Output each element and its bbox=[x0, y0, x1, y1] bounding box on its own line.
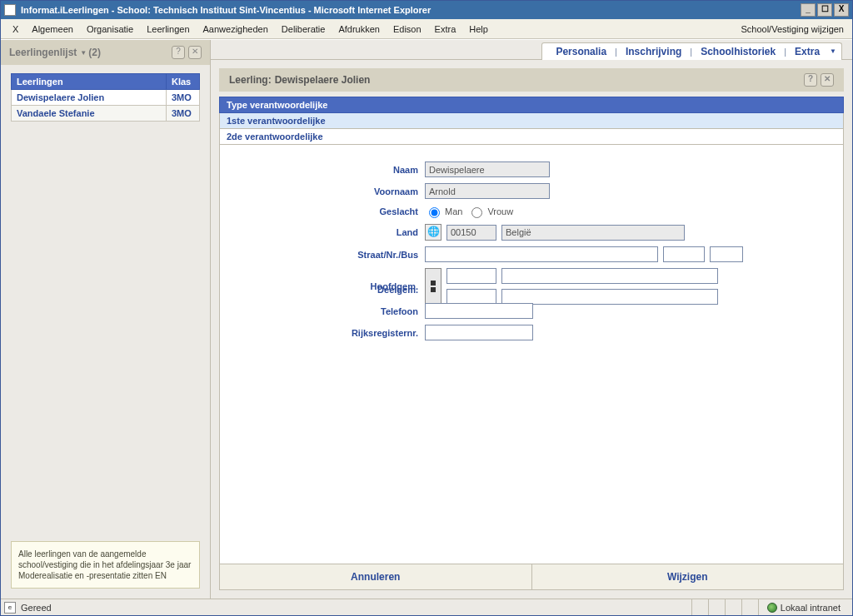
close-button[interactable]: X bbox=[834, 3, 849, 17]
sidebar-footer-note: Alle leerlingen van de aangemelde school… bbox=[11, 541, 200, 589]
student-klas: 3MO bbox=[167, 90, 200, 106]
student-name: Dewispelaere Jolien bbox=[12, 90, 167, 106]
input-nr[interactable] bbox=[663, 246, 705, 262]
sidebar-header: Leerlingenlijst ▼ (2) ? ✕ bbox=[1, 40, 210, 65]
student-name: Vandaele Stefanie bbox=[12, 106, 167, 122]
menu-extra[interactable]: Extra bbox=[428, 22, 463, 37]
label-man: Man bbox=[445, 206, 462, 216]
input-voornaam[interactable] bbox=[425, 183, 550, 199]
radio-man[interactable] bbox=[429, 207, 440, 218]
form-area: Naam Voornaam Geslacht Man Vrouw bbox=[219, 145, 844, 564]
close-panel-icon[interactable]: ✕ bbox=[188, 46, 202, 59]
input-land-code[interactable] bbox=[446, 225, 496, 241]
menu-deliberatie[interactable]: Deliberatie bbox=[275, 22, 332, 37]
buttonbar: Annuleren Wijzigen bbox=[219, 564, 844, 590]
content-title-name: Dewispelaere Jolien bbox=[275, 74, 371, 86]
globe-zone-icon bbox=[767, 603, 777, 613]
table-row[interactable]: Vandaele Stefanie 3MO bbox=[12, 106, 200, 122]
label-telefoon: Telefoon bbox=[233, 306, 425, 316]
label-straat: Straat/Nr./Bus bbox=[233, 250, 425, 260]
input-bus[interactable] bbox=[710, 246, 743, 262]
tab-schoolhistoriek[interactable]: Schoolhistoriek bbox=[692, 46, 784, 57]
statusbar: e Gereed Lokaal intranet bbox=[1, 599, 852, 615]
input-hoofdgem-code[interactable] bbox=[446, 268, 496, 284]
label-land: Land bbox=[233, 227, 425, 237]
menubar: X Algemeen Organisatie Leerlingen Aanwez… bbox=[1, 19, 852, 39]
status-cell bbox=[708, 599, 725, 615]
menu-algemeen[interactable]: Algemeen bbox=[25, 22, 80, 37]
globe-icon[interactable]: 🌐 bbox=[425, 224, 441, 241]
input-deelgem-name[interactable] bbox=[501, 289, 718, 305]
input-rr[interactable] bbox=[425, 325, 533, 340]
minimize-button[interactable]: _ bbox=[801, 3, 816, 17]
menu-help[interactable]: Help bbox=[462, 22, 495, 37]
menu-edison[interactable]: Edison bbox=[387, 22, 428, 37]
label-geslacht: Geslacht bbox=[233, 206, 425, 216]
col-leerlingen[interactable]: Leerlingen bbox=[12, 74, 167, 90]
app-icon: e bbox=[4, 4, 16, 16]
student-klas: 3MO bbox=[167, 106, 200, 122]
input-hoofdgem-name[interactable] bbox=[501, 268, 718, 284]
maximize-button[interactable]: ☐ bbox=[817, 3, 832, 17]
label-voornaam: Voornaam bbox=[233, 186, 425, 196]
input-naam[interactable] bbox=[425, 161, 550, 177]
content-help-icon[interactable]: ? bbox=[804, 73, 817, 87]
input-straat[interactable] bbox=[425, 246, 658, 262]
tab-inschrijving[interactable]: Inschrijving bbox=[617, 46, 690, 57]
tab-personalia[interactable]: Personalia bbox=[547, 46, 615, 57]
subtab-1ste[interactable]: 1ste verantwoordelijke bbox=[219, 113, 844, 129]
radio-vrouw[interactable] bbox=[471, 207, 482, 218]
help-icon[interactable]: ? bbox=[172, 46, 185, 59]
label-naam: Naam bbox=[233, 165, 425, 175]
status-icon: e bbox=[4, 602, 16, 614]
content-close-icon[interactable]: ✕ bbox=[821, 73, 834, 87]
menu-afdrukken[interactable]: Afdrukken bbox=[332, 22, 387, 37]
input-land-name[interactable] bbox=[501, 225, 685, 241]
sidebar-dropdown-icon[interactable]: ▼ bbox=[80, 49, 87, 57]
save-button[interactable]: Wijzigen bbox=[531, 564, 844, 589]
menu-organisatie[interactable]: Organisatie bbox=[80, 22, 140, 37]
label-vrouw: Vrouw bbox=[487, 206, 513, 216]
tabstrip: Personalia | Inschrijving | Schoolhistor… bbox=[211, 40, 852, 60]
tab-extra[interactable]: Extra bbox=[786, 46, 828, 57]
students-table: Leerlingen Klas Dewispelaere Jolien 3MO … bbox=[11, 73, 200, 122]
subtab-header: Type verantwoordelijke bbox=[219, 97, 844, 113]
sidebar-title: Leerlingenlijst bbox=[9, 47, 77, 58]
input-telefoon[interactable] bbox=[425, 303, 533, 319]
table-row[interactable]: Dewispelaere Jolien 3MO bbox=[12, 90, 200, 106]
window-title: Informat.iLeerlingen - School: Technisch… bbox=[19, 5, 799, 15]
subtabs: Type verantwoordelijke 1ste verantwoorde… bbox=[219, 97, 844, 145]
status-zone: Lokaal intranet bbox=[758, 599, 849, 615]
status-cell bbox=[725, 599, 741, 615]
col-klas[interactable]: Klas bbox=[167, 74, 200, 90]
window-titlebar: e Informat.iLeerlingen - School: Technis… bbox=[1, 1, 852, 19]
subtab-2de[interactable]: 2de verantwoordelijke bbox=[219, 129, 844, 145]
content-title-prefix: Leerling: bbox=[229, 74, 272, 86]
menu-x[interactable]: X bbox=[6, 22, 25, 37]
chevron-down-icon[interactable]: ▼ bbox=[830, 47, 836, 55]
sidebar: Leerlingenlijst ▼ (2) ? ✕ Leerlingen Kla… bbox=[1, 40, 211, 599]
sidebar-count: (2) bbox=[88, 47, 101, 58]
content-header: Leerling: Dewispelaere Jolien ? ✕ bbox=[219, 68, 844, 92]
status-text: Gereed bbox=[16, 603, 52, 613]
label-deelgem: Deelgem. bbox=[233, 285, 425, 295]
status-zone-text: Lokaal intranet bbox=[781, 603, 841, 613]
cancel-button[interactable]: Annuleren bbox=[220, 564, 531, 589]
lookup-gem-icon[interactable] bbox=[425, 268, 441, 305]
menu-school-wijzigen[interactable]: School/Vestiging wijzigen bbox=[737, 22, 847, 37]
status-cell bbox=[691, 599, 708, 615]
label-rr: Rijksregisternr. bbox=[233, 328, 425, 338]
status-cell bbox=[741, 599, 758, 615]
menu-aanwezigheden[interactable]: Aanwezigheden bbox=[197, 22, 275, 37]
content-area: Personalia | Inschrijving | Schoolhistor… bbox=[211, 40, 852, 599]
menu-leerlingen[interactable]: Leerlingen bbox=[140, 22, 196, 37]
